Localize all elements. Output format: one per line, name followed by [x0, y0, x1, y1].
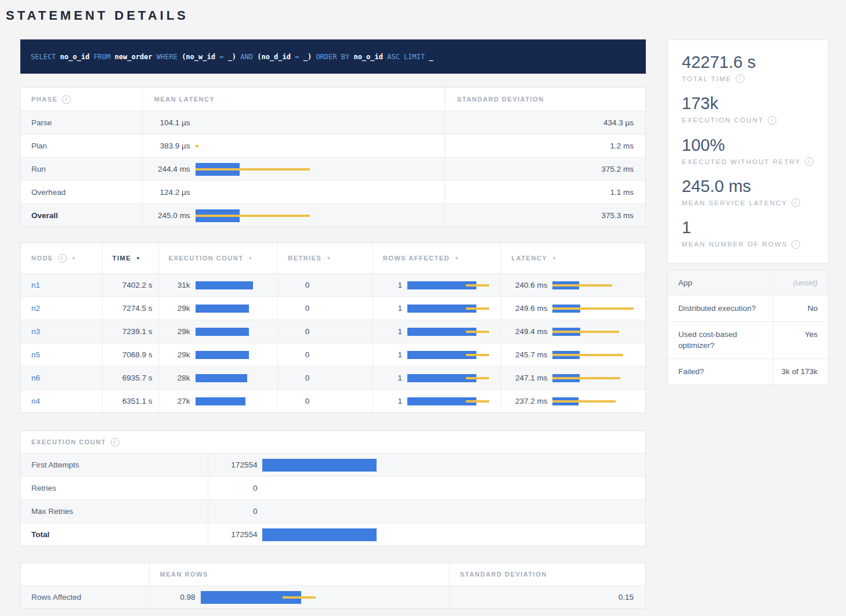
- time-value: 7274.5 s: [122, 304, 153, 313]
- distributed-execution-label: Distributed execution?: [668, 296, 773, 321]
- latency-value: 249.4 ms: [501, 327, 552, 336]
- latency-value: 237.2 ms: [501, 397, 552, 405]
- table-row: n1 7402.2 s 31k 0 1 240.6 ms: [21, 273, 645, 296]
- node-header-cell[interactable]: NODE i ▼: [21, 243, 103, 273]
- stddev-header-label: STANDARD DEVIATION: [457, 96, 544, 103]
- node-link[interactable]: n5: [31, 350, 40, 359]
- info-icon[interactable]: i: [62, 95, 71, 104]
- latency-value: 249.6 ms: [501, 304, 552, 313]
- phase-table-header: PHASE i MEAN LATENCY STANDARD DEVIATION: [21, 88, 645, 111]
- info-icon[interactable]: i: [736, 74, 744, 83]
- sql-statement: SELECT no_o_id FROM new_order WHERE (no_…: [31, 53, 433, 61]
- exec-row-value: 0: [208, 507, 262, 516]
- stat-total-time: 42271.6 s TOTAL TIMEi: [682, 53, 814, 83]
- stat-mean-service-latency: 245.0 ms MEAN SERVICE LATENCYi: [682, 177, 814, 207]
- table-row: App (unset): [668, 270, 828, 296]
- node-table: NODE i ▼ TIME ▼ EXECUTION COUNT ▼ RETRIE…: [20, 242, 646, 413]
- info-icon[interactable]: i: [768, 116, 776, 125]
- rows-affected-header-cell[interactable]: ROWS AFFECTED ▼: [373, 243, 502, 273]
- latency-header-label: LATENCY: [511, 255, 547, 262]
- table-row: Failed? 3k of 173k: [668, 358, 828, 385]
- time-header-cell[interactable]: TIME ▼: [103, 243, 159, 273]
- retries-header-label: RETRIES: [288, 255, 321, 262]
- execution-count-value: 29k: [159, 304, 196, 313]
- phase-label: Plan: [31, 142, 47, 150]
- retries-value: 0: [278, 374, 314, 382]
- rows-affected-value: 1: [373, 327, 407, 336]
- table-row: Rows Affected 0.98 0.15: [21, 585, 645, 608]
- count-bar: [262, 505, 645, 518]
- sort-arrow-icon[interactable]: ▼: [136, 256, 141, 261]
- mean-rows-header-label: MEAN ROWS: [160, 571, 208, 578]
- side-column: 42271.6 s TOTAL TIMEi 173k EXECUTION COU…: [667, 39, 829, 385]
- count-bar: [262, 528, 645, 541]
- table-row: Parse 104.1 µs 434.3 µs: [21, 111, 645, 134]
- execution-count-bar: [196, 397, 278, 405]
- execution-count-table-header: EXECUTION COUNT i: [21, 431, 645, 453]
- mean-latency-header-cell: MEAN LATENCY: [143, 88, 445, 111]
- distributed-execution-value: No: [773, 296, 828, 321]
- table-row: Distributed execution? No: [668, 295, 828, 321]
- rows-affected-table-header: MEAN ROWS STANDARD DEVIATION: [21, 563, 645, 585]
- mean-latency-header-label: MEAN LATENCY: [154, 96, 215, 103]
- stddev-value: 1.2 ms: [610, 142, 634, 150]
- sort-arrow-icon[interactable]: ▼: [552, 256, 557, 261]
- rows-affected-bar: [407, 351, 501, 359]
- app-details-table: App (unset) Distributed execution? No Us…: [667, 270, 829, 385]
- execution-count-table-header-cell: EXECUTION COUNT i: [21, 431, 645, 453]
- node-link[interactable]: n4: [31, 397, 40, 405]
- info-icon[interactable]: i: [111, 438, 120, 447]
- sort-arrow-icon[interactable]: ▼: [71, 256, 77, 261]
- table-row: Run 244.4 ms 375.2 ms: [21, 157, 645, 180]
- execution-count-value: 29k: [159, 350, 196, 359]
- mean-latency-value: 245.0 ms: [143, 211, 196, 220]
- retries-value: 0: [278, 350, 314, 359]
- execution-count-value: 27k: [159, 397, 196, 405]
- main-column: SELECT no_o_id FROM new_order WHERE (no_…: [20, 39, 646, 609]
- exec-row-value: 0: [208, 484, 262, 492]
- latency-bar: [552, 351, 645, 359]
- stddev-header-cell: STANDARD DEVIATION: [450, 563, 645, 585]
- retries-value: 0: [278, 304, 314, 313]
- table-row: Plan 383.9 µs 1.2 ms: [21, 134, 645, 157]
- exec-row-label: First Attempts: [31, 461, 79, 469]
- stddev-value: 0.15: [619, 593, 634, 601]
- summary-stats-card: 42271.6 s TOTAL TIMEi 173k EXECUTION COU…: [667, 39, 829, 264]
- info-icon[interactable]: i: [805, 157, 814, 166]
- cost-based-optimizer-value: Yes: [773, 322, 828, 347]
- latency-value: 245.7 ms: [501, 350, 552, 359]
- rows-affected-value: 1: [373, 304, 407, 313]
- exec-row-value: 172554: [208, 530, 262, 539]
- app-value: (unset): [773, 270, 828, 296]
- info-icon[interactable]: i: [791, 240, 800, 249]
- stat-value: 42271.6 s: [682, 53, 814, 72]
- stat-value: 245.0 ms: [682, 177, 814, 196]
- table-row: Overall 245.0 ms 375.3 ms: [21, 204, 645, 227]
- node-link[interactable]: n3: [31, 327, 40, 336]
- execution-count-header-cell[interactable]: EXECUTION COUNT ▼: [159, 243, 279, 273]
- sort-arrow-icon[interactable]: ▼: [454, 256, 460, 261]
- stat-executed-without-retry: 100% EXECUTED WITHOUT RETRYi: [682, 136, 814, 166]
- info-icon[interactable]: i: [58, 254, 67, 263]
- node-link[interactable]: n2: [31, 304, 40, 313]
- rows-affected-label: Rows Affected: [31, 593, 81, 601]
- latency-bar: [552, 397, 645, 405]
- retries-header-cell[interactable]: RETRIES ▼: [278, 243, 373, 273]
- latency-bar: [196, 186, 444, 199]
- table-row: Max Retries 0: [21, 499, 645, 523]
- latency-bar: [196, 140, 444, 153]
- sort-arrow-icon[interactable]: ▼: [326, 256, 331, 261]
- phase-label: Overall: [31, 211, 58, 220]
- execution-count-table-title: EXECUTION COUNT: [31, 439, 106, 445]
- latency-bar: [552, 374, 645, 382]
- info-icon[interactable]: i: [791, 198, 800, 207]
- page-title: STATEMENT DETAILS: [0, 0, 846, 23]
- node-link[interactable]: n1: [31, 281, 40, 289]
- retries-value: 0: [278, 327, 314, 336]
- count-bar: [262, 459, 645, 472]
- latency-header-cell[interactable]: LATENCY ▼: [501, 243, 645, 273]
- sort-arrow-icon[interactable]: ▼: [248, 256, 253, 261]
- latency-bar: [196, 163, 444, 176]
- node-link[interactable]: n6: [31, 374, 40, 382]
- time-value: 7068.9 s: [122, 350, 153, 359]
